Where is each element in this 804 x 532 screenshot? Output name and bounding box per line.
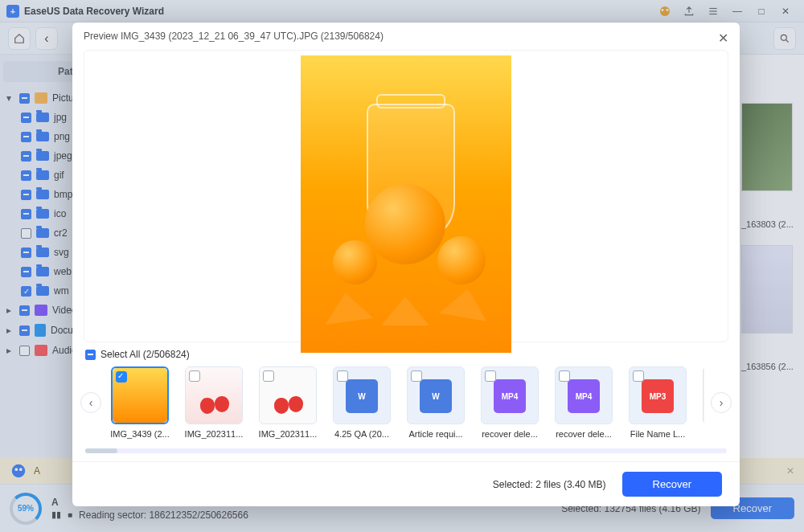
strip-thumbnail: W [407, 366, 465, 424]
strip-scrollbar[interactable] [85, 448, 727, 453]
strip-label: IMG_3439 (2... [108, 429, 172, 439]
strip-checkbox[interactable] [485, 370, 496, 382]
strip-label: File Name L... [626, 429, 690, 439]
strip-item[interactable]: MP3File Name L... [699, 366, 704, 439]
preview-area [84, 50, 728, 342]
strip-label: IMG_202311... [182, 429, 246, 439]
strip-prev-button[interactable]: ‹ [80, 392, 101, 413]
strip-thumbnail [111, 366, 169, 424]
strip-checkbox[interactable] [411, 370, 422, 382]
strip-item[interactable]: MP4recover dele... [552, 366, 616, 439]
strip-thumbnail [185, 366, 243, 424]
strip-label: recover dele... [478, 429, 542, 439]
select-all-checkbox[interactable] [85, 350, 96, 360]
strip-checkbox[interactable] [337, 370, 348, 382]
mp4-icon: MP4 [494, 379, 526, 413]
strip-item[interactable]: IMG_202311... [256, 366, 320, 439]
strip-label: recover dele... [552, 429, 616, 439]
strip-checkbox[interactable] [116, 371, 127, 383]
strip-thumbnail: W [333, 366, 391, 424]
strip-checkbox[interactable] [263, 370, 274, 382]
strip-label: File Name L... [699, 429, 704, 439]
strip-item[interactable]: WArticle requi... [404, 366, 468, 439]
thumbnail-strip: ‹ IMG_3439 (2...IMG_202311...IMG_202311.… [72, 366, 740, 444]
strip-thumbnail: MP4 [481, 366, 539, 424]
mp3-icon: MP3 [642, 379, 674, 413]
strip-item[interactable]: IMG_3439 (2... [108, 366, 172, 439]
strip-label: Article requi... [404, 429, 468, 439]
modal-recover-button[interactable]: Recover [622, 472, 722, 497]
strip-checkbox[interactable] [633, 370, 644, 382]
strip-thumbnail: MP3 [629, 366, 687, 424]
strip-item[interactable]: IMG_202311... [182, 366, 246, 439]
modal-selected-summary: Selected: 2 files (3.40 MB) [493, 479, 606, 490]
strip-checkbox[interactable] [559, 370, 570, 382]
modal-footer: Selected: 2 files (3.40 MB) Recover [72, 461, 740, 506]
strip-thumbnail [259, 366, 317, 424]
word-icon: W [346, 379, 378, 413]
select-all-label: Select All (2/506824) [100, 349, 190, 360]
strip-item[interactable]: MP4recover dele... [478, 366, 542, 439]
strip-item[interactable]: W4.25 QA (20... [330, 366, 394, 439]
modal-title: Preview IMG_3439 (2023_12_21 06_39_47 UT… [72, 23, 740, 50]
strip-label: IMG_202311... [256, 429, 320, 439]
preview-image [301, 55, 511, 353]
modal-close-button[interactable]: ✕ [718, 31, 728, 46]
mp4-icon: MP4 [568, 379, 600, 413]
strip-label: 4.25 QA (20... [330, 429, 394, 439]
strip-item[interactable]: MP3File Name L... [626, 366, 690, 439]
strip-thumbnail: MP3 [703, 366, 704, 424]
preview-modal: Preview IMG_3439 (2023_12_21 06_39_47 UT… [72, 23, 740, 506]
strip-next-button[interactable]: › [711, 392, 732, 413]
strip-thumbnail: MP4 [555, 366, 613, 424]
word-icon: W [420, 379, 452, 413]
strip-checkbox[interactable] [189, 370, 200, 382]
